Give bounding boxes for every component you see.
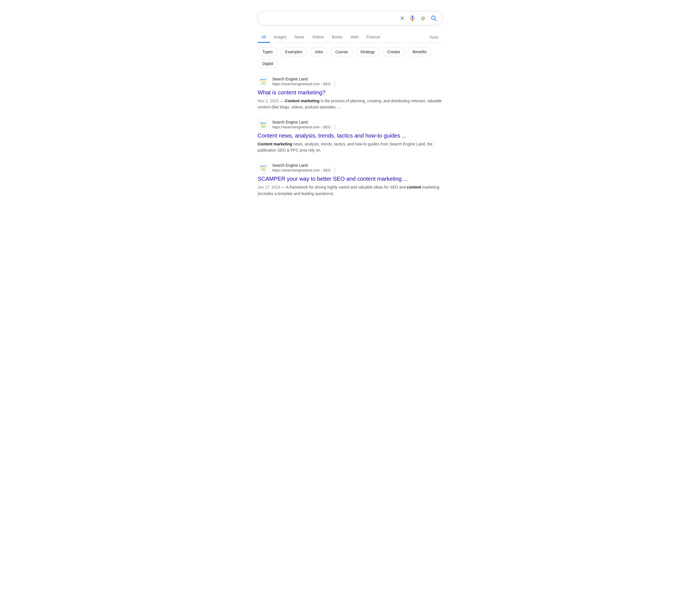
- lens-button[interactable]: [419, 14, 427, 22]
- more-options-icon-1[interactable]: ⋮: [332, 81, 338, 86]
- tab-books[interactable]: Books: [328, 32, 347, 43]
- more-options-icon-3[interactable]: ⋮: [332, 167, 338, 172]
- result-source-2: Search Engine Land Search Engine Land ht…: [258, 119, 442, 130]
- search-button[interactable]: [430, 14, 438, 22]
- tab-finance[interactable]: Finance: [363, 32, 384, 43]
- source-name-3: Search Engine Land: [272, 163, 338, 167]
- search-results: Search Engine Land Search Engine Land ht…: [258, 76, 442, 197]
- source-url-row-3: https://searchengineland.com › SEO ⋮: [272, 167, 338, 172]
- source-url-1: https://searchengineland.com › SEO: [272, 82, 331, 86]
- result-snippet-2: Content marketing news, analysis, trends…: [258, 141, 442, 153]
- tab-images[interactable]: Images: [270, 32, 291, 43]
- source-url-row-1: https://searchengineland.com › SEO ⋮: [272, 81, 338, 86]
- site-logo-text-2: Search Engine Land: [260, 122, 266, 128]
- source-url-3: https://searchengineland.com › SEO: [272, 168, 331, 172]
- result-dash-1: —: [279, 99, 285, 103]
- tab-news[interactable]: News: [290, 32, 308, 43]
- site-logo-3: Search Engine Land: [258, 162, 269, 173]
- result-snippet-1: Nov 1, 2022 — Content marketing is the p…: [258, 98, 442, 110]
- result-dash-3: —: [280, 185, 286, 189]
- chip-course[interactable]: Course: [331, 47, 353, 56]
- site-logo-2: Search Engine Land: [258, 119, 269, 130]
- chip-digital[interactable]: Digital: [258, 59, 278, 68]
- result-date-1: Nov 1, 2022: [258, 99, 279, 103]
- result-snippet-3: Jun 17, 2024 — A framework for driving h…: [258, 184, 442, 196]
- tools-tab[interactable]: Tools: [425, 32, 442, 42]
- result-item-2: Search Engine Land Search Engine Land ht…: [258, 119, 442, 153]
- nav-tabs: All Images News Videos Books Web Finance…: [258, 32, 442, 43]
- lens-icon: [420, 15, 427, 22]
- result-source-1: Search Engine Land Search Engine Land ht…: [258, 76, 442, 87]
- source-name-1: Search Engine Land: [272, 77, 338, 81]
- result-bold-1: Content marketing: [285, 99, 319, 103]
- chip-strategy[interactable]: Strategy: [356, 47, 380, 56]
- tab-videos[interactable]: Videos: [308, 32, 328, 43]
- result-title-1[interactable]: What is content marketing?: [258, 89, 442, 96]
- voice-search-button[interactable]: [409, 14, 416, 22]
- source-url-2: https://searchengineland.com › SEO: [272, 125, 331, 129]
- result-source-3: Search Engine Land Search Engine Land ht…: [258, 162, 442, 173]
- result-item-3: Search Engine Land Search Engine Land ht…: [258, 162, 442, 196]
- result-item-1: Search Engine Land Search Engine Land ht…: [258, 76, 442, 110]
- mic-icon: [409, 15, 416, 22]
- tab-web[interactable]: Web: [347, 32, 363, 43]
- svg-rect-2: [412, 16, 413, 19]
- tab-all[interactable]: All: [258, 32, 270, 43]
- source-info-1: Search Engine Land https://searchenginel…: [272, 77, 338, 86]
- result-title-3[interactable]: SCAMPER your way to better SEO and conte…: [258, 175, 442, 182]
- search-icons: [399, 14, 438, 22]
- result-bold2-3: content: [407, 185, 421, 189]
- source-info-2: Search Engine Land https://searchenginel…: [272, 120, 338, 130]
- site-logo-text-3: Search Engine Land: [260, 165, 266, 171]
- site-logo-text-1: Search Engine Land: [260, 78, 266, 84]
- chip-benefits[interactable]: Benefits: [408, 47, 432, 56]
- site-logo-1: Search Engine Land: [258, 76, 269, 87]
- close-icon: [400, 16, 405, 21]
- search-bar: site:searchengineland.com "content marke…: [258, 11, 442, 25]
- chip-creator[interactable]: Creator: [383, 47, 405, 56]
- search-input[interactable]: site:searchengineland.com "content marke…: [262, 16, 396, 21]
- chip-types[interactable]: Types: [258, 47, 277, 56]
- source-url-row-2: https://searchengineland.com › SEO ⋮: [272, 124, 338, 130]
- filter-chips: Types Examples Jobs Course Strategy Crea…: [258, 47, 442, 68]
- chip-jobs[interactable]: Jobs: [310, 47, 328, 56]
- result-date-3: Jun 17, 2024: [258, 185, 280, 189]
- search-magnifier-icon: [430, 15, 437, 22]
- source-name-2: Search Engine Land: [272, 120, 338, 124]
- svg-line-7: [435, 19, 436, 21]
- result-title-2[interactable]: Content news, analysis, trends, tactics …: [258, 132, 442, 139]
- result-rest-3a: A framework for driving highly varied an…: [286, 185, 407, 189]
- chip-examples[interactable]: Examples: [280, 47, 307, 56]
- result-bold-2: Content marketing: [258, 142, 292, 146]
- clear-button[interactable]: [399, 15, 406, 22]
- more-options-icon-2[interactable]: ⋮: [332, 124, 338, 130]
- source-info-3: Search Engine Land https://searchenginel…: [272, 163, 338, 172]
